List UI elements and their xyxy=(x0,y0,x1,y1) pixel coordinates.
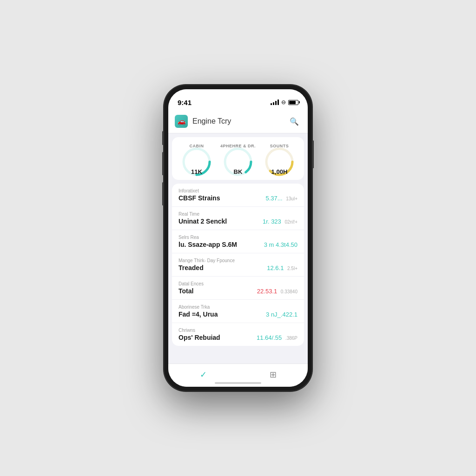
app-logo: 🚗 xyxy=(175,115,188,128)
gauge-atmosphere-circle: BK xyxy=(222,150,254,173)
list-item-4-subtitle: Datal Ences xyxy=(178,281,298,286)
list-item-5-value: 3 nJ_.422.1 xyxy=(266,311,298,318)
list-item-1[interactable]: Real Time Uninat 2 Senckl 1r. 323 02nl!+ xyxy=(172,207,304,230)
gauge-sounds: SOUNTS 1,00H xyxy=(263,144,296,173)
gauge-atmosphere: 4PHEHRE & Dr. BK xyxy=(220,144,256,173)
list-item-3[interactable]: Mange Thirk- Day Fpounce Treaded 12.6.1 … xyxy=(172,253,304,277)
list-item-1-value: 1r. 323 02nl!+ xyxy=(263,218,298,225)
gauge-cabin-circle: 11K xyxy=(180,150,213,173)
list-item-2-value: 3 m 4.3t4.50 xyxy=(264,241,298,248)
list-item-0-value: 5.37... 13ul+ xyxy=(265,195,298,202)
list-item-0-subtitle: Inforatixet xyxy=(178,188,298,193)
list-item-6-row: Ops' Rebuiad 11.64/.55 .386P xyxy=(178,334,298,341)
list-item-4[interactable]: Datal Ences Total 22.53.1 0.33840 xyxy=(172,277,304,300)
power-button xyxy=(312,140,314,168)
list-item-0-title: CBSF Strains xyxy=(178,194,220,202)
list-item-6-value: 11.64/.55 .386P xyxy=(257,334,298,341)
list-item-0[interactable]: Inforatixet CBSF Strains 5.37... 13ul+ xyxy=(172,184,304,207)
battery-fill xyxy=(289,101,296,104)
gauges-section: CABIN 11K 4PHEHRE & Dr. xyxy=(172,137,304,180)
list-item-2-title: lu. Ssaze-app S.6M xyxy=(178,241,237,248)
gauge-cabin: CABIN 11K xyxy=(180,144,213,173)
app-title: Engine Tcry xyxy=(192,117,283,126)
battery-icon xyxy=(288,100,298,105)
list-item-2[interactable]: Selrs Rea lu. Ssaze-app S.6M 3 m 4.3t4.5… xyxy=(172,230,304,253)
wifi-icon: ⊖ xyxy=(281,99,286,106)
volume-down-button xyxy=(162,182,164,205)
gauge-sounds-value: 1,00H xyxy=(271,168,288,175)
signal-icon xyxy=(271,99,279,105)
list-item-0-row: CBSF Strains 5.37... 13ul+ xyxy=(178,194,298,202)
list-item-3-value: 12.6.1 2.5l+ xyxy=(267,264,298,271)
list-item-6-subtitle: Chriwns xyxy=(178,328,298,333)
phone-screen: 9:41 ⊖ 🚗 Engine Tcry 🔍 xyxy=(168,89,308,387)
phone-frame: 9:41 ⊖ 🚗 Engine Tcry 🔍 xyxy=(164,85,312,391)
app-content: 🚗 Engine Tcry 🔍 CABIN 11K xyxy=(168,110,308,364)
status-time: 9:41 xyxy=(178,99,192,106)
list-section: Inforatixet CBSF Strains 5.37... 13ul+ R… xyxy=(172,184,304,346)
list-item-3-row: Treaded 12.6.1 2.5l+ xyxy=(178,264,298,271)
list-item-3-subtitle: Mange Thirk- Day Fpounce xyxy=(178,258,298,263)
list-item-1-title: Uninat 2 Senckl xyxy=(178,218,227,225)
list-item-3-title: Treaded xyxy=(178,264,204,271)
list-item-1-row: Uninat 2 Senckl 1r. 323 02nl!+ xyxy=(178,218,298,225)
list-item-6[interactable]: Chriwns Ops' Rebuiad 11.64/.55 .386P xyxy=(172,323,304,346)
app-header: 🚗 Engine Tcry 🔍 xyxy=(168,110,308,133)
list-item-4-title: Total xyxy=(178,287,193,295)
list-item-5[interactable]: Aborinese Trka Fad =4, Urua 3 nJ_.422.1 xyxy=(172,300,304,323)
status-icons: ⊖ xyxy=(271,99,298,106)
list-item-6-title: Ops' Rebuiad xyxy=(178,334,220,341)
gauge-atmosphere-value: BK xyxy=(234,168,243,175)
status-bar: 9:41 ⊖ xyxy=(168,89,308,110)
list-item-5-row: Fad =4, Urua 3 nJ_.422.1 xyxy=(178,311,298,318)
list-item-4-row: Total 22.53.1 0.33840 xyxy=(178,287,298,295)
volume-up-button xyxy=(162,152,164,175)
list-item-4-value: 22.53.1 0.33840 xyxy=(257,288,298,295)
silent-button xyxy=(162,131,164,145)
list-item-2-row: lu. Ssaze-app S.6M 3 m 4.3t4.50 xyxy=(178,241,298,248)
list-item-5-title: Fad =4, Urua xyxy=(178,311,218,318)
list-item-5-subtitle: Aborinese Trka xyxy=(178,304,298,310)
home-indicator xyxy=(215,382,261,384)
gauge-cabin-value: 11K xyxy=(191,168,202,175)
tab-grid[interactable]: ⊞ xyxy=(264,366,281,383)
tab-check[interactable]: ✓ xyxy=(195,366,212,383)
list-item-2-subtitle: Selrs Rea xyxy=(178,235,298,240)
gauge-sounds-circle: 1,00H xyxy=(263,150,296,173)
list-item-1-subtitle: Real Time xyxy=(178,212,298,217)
search-button[interactable]: 🔍 xyxy=(287,114,301,128)
